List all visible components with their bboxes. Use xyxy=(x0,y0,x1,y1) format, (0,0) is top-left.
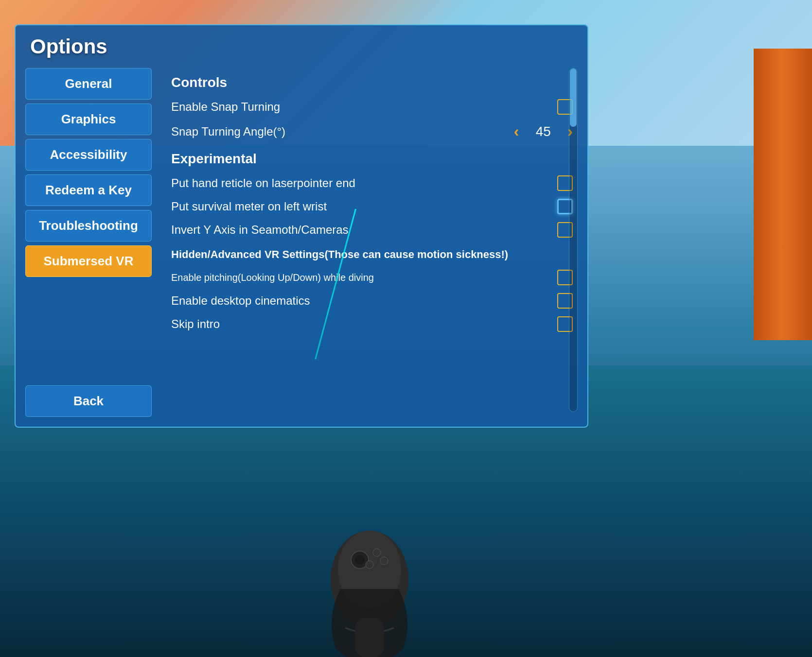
sidebar-item-troubleshooting[interactable]: Troubleshooting xyxy=(25,210,152,242)
option-label-invert-y: Invert Y Axis in Seamoth/Cameras xyxy=(171,223,549,237)
angle-control: ‹ 45 › xyxy=(514,122,573,140)
option-row-invert-y: Invert Y Axis in Seamoth/Cameras xyxy=(171,218,573,242)
option-label-hand-reticle: Put hand reticle on laserpointer end xyxy=(171,176,549,190)
svg-point-3 xyxy=(355,555,365,565)
options-title: Options xyxy=(16,25,587,63)
sidebar: General Graphics Accessibility Redeem a … xyxy=(25,63,152,417)
option-row-skip-intro: Skip intro xyxy=(171,312,573,336)
angle-left-arrow[interactable]: ‹ xyxy=(514,122,519,140)
sidebar-item-general[interactable]: General xyxy=(25,68,152,100)
sidebar-item-redeem[interactable]: Redeem a Key xyxy=(25,174,152,206)
right-structure xyxy=(754,49,812,340)
option-label-survival-meter: Put survival meter on left wrist xyxy=(171,200,549,213)
back-button[interactable]: Back xyxy=(25,385,152,417)
svg-point-6 xyxy=(366,561,373,569)
sidebar-spacer xyxy=(25,281,152,381)
option-row-desktop-cinematics: Enable desktop cinematics xyxy=(171,289,573,312)
content-area: Controls Enable Snap Turning Snap Turnin… xyxy=(161,63,578,417)
option-row-survival-meter: Put survival meter on left wrist xyxy=(171,195,573,218)
option-label-snap-turning-angle: Snap Turning Angle(°) xyxy=(171,125,506,138)
sidebar-item-graphics[interactable]: Graphics xyxy=(25,104,152,135)
section-experimental-title: Experimental xyxy=(171,151,573,167)
option-row-snap-turning-angle: Snap Turning Angle(°) ‹ 45 › xyxy=(171,119,573,144)
options-body: General Graphics Accessibility Redeem a … xyxy=(16,63,587,427)
option-label-enable-pitching: Enable pitching(Looking Up/Down) while d… xyxy=(171,272,549,283)
sidebar-item-accessibility[interactable]: Accessibility xyxy=(25,139,152,171)
option-label-skip-intro: Skip intro xyxy=(171,317,549,331)
option-row-enable-pitching: Enable pitching(Looking Up/Down) while d… xyxy=(171,266,573,289)
section-advanced-vr-title: Hidden/Advanced VR Settings(Those can ca… xyxy=(171,248,573,261)
sidebar-item-submersed-vr[interactable]: Submersed VR xyxy=(25,245,152,277)
angle-value: 45 xyxy=(529,124,558,139)
options-panel: Options General Graphics Accessibility R… xyxy=(15,24,588,428)
section-controls-title: Controls xyxy=(171,75,573,90)
option-row-hand-reticle: Put hand reticle on laserpointer end xyxy=(171,172,573,195)
option-label-enable-snap-turning: Enable Snap Turning xyxy=(171,100,549,114)
scrollbar-thumb[interactable] xyxy=(570,69,577,127)
option-label-desktop-cinematics: Enable desktop cinematics xyxy=(171,294,549,308)
vr-controller xyxy=(292,482,447,657)
svg-rect-7 xyxy=(355,618,384,657)
svg-point-4 xyxy=(373,549,381,556)
svg-point-5 xyxy=(380,557,388,565)
option-row-enable-snap-turning: Enable Snap Turning xyxy=(171,95,573,119)
scrollbar-track[interactable] xyxy=(569,68,578,412)
